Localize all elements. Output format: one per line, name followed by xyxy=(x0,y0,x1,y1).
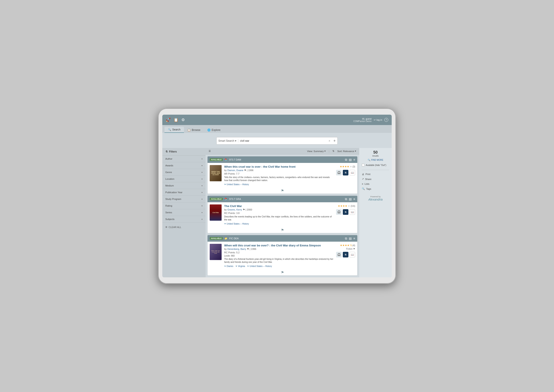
book-tag-2-0[interactable]: United States -- History xyxy=(224,223,249,225)
book-tag-3-2[interactable]: United States -- History xyxy=(247,265,272,267)
tablet-frame: 🚀 📋 ⚙ Hi, guest COMPanion Demo ↩ log in … xyxy=(158,108,396,284)
lists-button[interactable]: ≡ Lists xyxy=(362,182,389,186)
filter-subjects[interactable]: Subjects ▾ xyxy=(162,216,206,223)
catalog-icon[interactable]: 📋 xyxy=(174,118,178,122)
explore-tab-icon: 🌐 xyxy=(207,128,210,132)
read-button-1[interactable]: 📖 xyxy=(350,170,355,175)
book-tags-2: United States -- History xyxy=(224,223,333,225)
top-bar-right: Hi, guest COMPanion Demo ↩ log in ? xyxy=(353,118,388,122)
search-input[interactable] xyxy=(238,139,327,142)
result-header-left-3: AVAILABLE 📁 FIC DEA xyxy=(210,237,239,240)
nav-tabs: 🔍 Search 📋 Browse 🌐 Explore xyxy=(162,125,392,133)
read-button-2[interactable]: 📖 xyxy=(350,209,355,215)
filter-awards[interactable]: Awards ▾ xyxy=(162,162,206,169)
login-button[interactable]: ↩ log in xyxy=(374,119,382,121)
chevron-icon: ▾ xyxy=(202,205,203,207)
filter-genre[interactable]: Genre ▾ xyxy=(162,169,206,176)
filter-series[interactable]: Series ▾ xyxy=(162,209,206,216)
copy-icon-2[interactable]: ⧉ xyxy=(345,197,347,201)
menu-icon-3[interactable]: ≡ xyxy=(353,237,355,240)
read-button-3[interactable]: 📖 xyxy=(350,252,355,258)
list-icon-2[interactable]: ▤ xyxy=(349,197,352,201)
top-bar-icons: 🚀 📋 ⚙ xyxy=(166,118,185,122)
chevron-icon: ▾ xyxy=(202,178,203,180)
search-clear-button[interactable]: × xyxy=(327,139,331,143)
tab-search[interactable]: 🔍 Search xyxy=(164,127,184,133)
search-type-selector[interactable]: Smart Search ▾ xyxy=(217,139,238,142)
search-icon: 🔍 xyxy=(368,159,370,161)
share-button[interactable]: ↗ Share xyxy=(362,176,389,182)
filter-author[interactable]: Author ▾ xyxy=(162,155,206,162)
book-tag-3-0[interactable]: Diaries xyxy=(224,265,233,267)
sidebar-filters: ⚗ Filters Author ▾ Awards ▾ Genre ▾ Loca… xyxy=(162,148,206,277)
print-button[interactable]: 🖨 Print xyxy=(362,172,389,176)
menu-icon-1[interactable]: ≡ xyxy=(353,158,355,161)
search-add-button[interactable]: + xyxy=(331,139,337,143)
novel-button-1[interactable]: N xyxy=(343,170,348,175)
call-number-1: 973.7 DAM xyxy=(229,158,241,161)
available-checkbox[interactable] xyxy=(362,164,365,166)
available-badge-2: AVAILABLE xyxy=(210,198,223,200)
call-number-2: 973.7 GRA xyxy=(229,198,241,200)
list-icon-1[interactable]: ▤ xyxy=(349,158,352,161)
fiction-flag: ⚑ xyxy=(353,248,355,250)
author-link-3[interactable]: Denenberg, Barry xyxy=(227,248,246,250)
available-badge-1: AVAILABLE xyxy=(210,158,223,161)
copy-icon-1[interactable]: ⧉ xyxy=(345,158,347,161)
chevron-icon: ▾ xyxy=(202,158,203,160)
lists-icon: ≡ xyxy=(362,182,363,185)
results-toolbar: ☰ View: Summary ▾ | ⇅ Sort: Relevance ▾ xyxy=(206,148,359,154)
novel-button-3[interactable]: N xyxy=(343,252,348,258)
result-header-left-2: AVAILABLE 📚 973.7 GRA xyxy=(210,198,241,201)
book-points-1: AR Points: 7.7 xyxy=(224,172,333,175)
find-more-button[interactable]: 🔍 FIND MORE xyxy=(362,159,389,161)
book-tag-3-1[interactable]: Virginia xyxy=(235,265,245,267)
sort-selector[interactable]: Sort: Relevance ▾ xyxy=(337,150,356,153)
book-tags-3: Diaries Virginia United States -- Histor… xyxy=(224,265,333,267)
book-result-3: AVAILABLE 📁 FIC DEA ⧉ ▤ ≡ When Will This xyxy=(207,235,358,276)
book-flag-bottom-3: ⚑ xyxy=(208,270,357,275)
book-icon-2: 📚 xyxy=(224,198,227,201)
tags-button[interactable]: 🔍 Tags xyxy=(362,186,389,191)
rocket-icon[interactable]: 🚀 xyxy=(166,118,170,122)
filter-rating[interactable]: Rating ▾ xyxy=(162,203,206,209)
browse-tab-icon: 📋 xyxy=(187,128,191,132)
book-info-1: When this cruel war is over : the Civil … xyxy=(224,165,333,186)
login-icon: ↩ xyxy=(374,119,376,121)
listen-button-2[interactable]: 🎧 xyxy=(336,209,342,215)
chevron-icon: ▾ xyxy=(202,211,203,214)
list-icon-3[interactable]: ▤ xyxy=(349,237,352,240)
available-filter[interactable]: Available (hide "Out") xyxy=(362,164,389,166)
filter-medium[interactable]: Medium ▾ xyxy=(162,182,206,189)
menu-icon-2[interactable]: ≡ xyxy=(353,197,355,201)
available-badge-3: AVAILABLE xyxy=(210,237,223,240)
help-button[interactable]: ? xyxy=(384,118,388,122)
copy-icon-3[interactable]: ⧉ xyxy=(345,237,347,240)
listen-button-3[interactable]: 🎧 xyxy=(336,252,342,258)
filter-publication-year[interactable]: Publication Year ▾ xyxy=(162,189,206,196)
settings-icon[interactable]: ⚙ xyxy=(181,118,185,122)
filter-study-program[interactable]: Study Program ▾ xyxy=(162,196,206,203)
filter-location[interactable]: Location ▾ xyxy=(162,176,206,182)
clear-all-button[interactable]: ⊗ CLEAR ALL xyxy=(162,224,206,231)
author-link-2[interactable]: Graves, Kerry xyxy=(227,208,242,211)
listen-button-1[interactable]: 🎧 xyxy=(336,170,342,175)
result-header-2: AVAILABLE 📚 973.7 GRA ⧉ ▤ ≡ xyxy=(208,196,357,202)
view-selector[interactable]: View: Summary ▾ xyxy=(307,150,326,153)
book-cover-3: When Will This Cruel War Be Over xyxy=(210,244,222,260)
top-bar: 🚀 📋 ⚙ Hi, guest COMPanion Demo ↩ log in … xyxy=(162,115,392,125)
tab-browse[interactable]: 📋 Browse xyxy=(184,127,204,133)
book-title-3[interactable]: When will this cruel war be over? : the … xyxy=(224,244,333,247)
book-tags-1: United States -- History xyxy=(224,183,333,186)
star-rating-3: ★★★★½ (4) xyxy=(340,244,355,247)
book-tag-1-0[interactable]: United States -- History xyxy=(224,183,249,186)
book-title-2[interactable]: The Civil War xyxy=(224,204,333,208)
tab-explore[interactable]: 🌐 Explore xyxy=(204,127,224,133)
book-icon-1: 📚 xyxy=(224,158,227,161)
search-box: Smart Search ▾ × + xyxy=(216,137,338,145)
result-header-right-1: ⧉ ▤ ≡ xyxy=(345,158,355,161)
novel-button-2[interactable]: N xyxy=(343,209,348,215)
book-actions-1: ★★★★★ (3) 🎧 N 📖 xyxy=(336,165,355,186)
book-title-1[interactable]: When this cruel war is over : the Civil … xyxy=(224,165,333,168)
author-link-1[interactable]: Damon, Duane xyxy=(227,169,244,172)
